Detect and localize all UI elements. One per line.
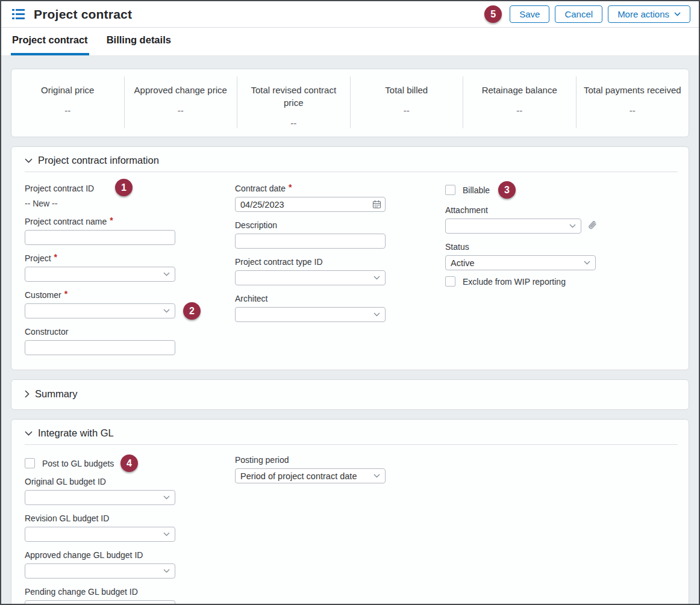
architect-select[interactable] bbox=[235, 307, 386, 322]
field-label: Posting period bbox=[235, 455, 386, 465]
tab-bar: Project contract Billing details bbox=[1, 28, 699, 56]
project-contract-id-value: -- New -- bbox=[25, 199, 175, 208]
revision-gl-budget-id-select[interactable] bbox=[25, 527, 175, 542]
kpi-retainage-balance: Retainage balance -- bbox=[463, 76, 577, 128]
save-button[interactable]: Save bbox=[510, 5, 549, 23]
kpi-label: Total billed bbox=[358, 84, 456, 96]
kpi-value: -- bbox=[584, 105, 682, 116]
list-menu-icon[interactable] bbox=[12, 9, 25, 20]
approved-change-gl-budget-id-select[interactable] bbox=[25, 563, 175, 579]
chevron-down-icon bbox=[584, 261, 590, 265]
section-title: Summary bbox=[35, 388, 78, 400]
kpi-label: Total revised contract price bbox=[245, 84, 343, 109]
kpi-summary-strip: Original price -- Approved change price … bbox=[11, 69, 689, 137]
section-summary: Summary bbox=[11, 379, 689, 410]
description-input[interactable] bbox=[235, 234, 386, 249]
kpi-value: -- bbox=[358, 105, 456, 116]
required-marker: * bbox=[289, 182, 292, 192]
field-label: Pending change GL budget ID bbox=[25, 587, 175, 597]
status-selected-value: Active bbox=[451, 258, 475, 268]
kpi-value: -- bbox=[245, 118, 343, 128]
callout-badge-5: 5 bbox=[484, 5, 502, 23]
attachment-select[interactable] bbox=[445, 219, 581, 234]
section-title: Integrate with GL bbox=[38, 427, 114, 439]
field-approved-change-gl-budget-id: Approved change GL budget ID bbox=[25, 550, 175, 579]
constructor-input[interactable] bbox=[25, 340, 175, 355]
paperclip-icon[interactable] bbox=[587, 220, 598, 232]
field-description: Description bbox=[235, 220, 386, 249]
field-label: Description bbox=[235, 220, 386, 230]
callout-badge-4: 4 bbox=[120, 455, 138, 472]
chevron-down-icon bbox=[163, 272, 170, 276]
gl-column-left: Post to GL budgets 4 Original GL budget … bbox=[25, 448, 175, 605]
field-contract-date: Contract date * bbox=[235, 184, 386, 212]
field-architect: Architect bbox=[235, 294, 386, 322]
field-exclude-wip: Exclude from WIP reporting bbox=[445, 276, 602, 287]
field-label: Constructor bbox=[25, 327, 175, 337]
kpi-total-revised-contract-price: Total revised contract price -- bbox=[237, 76, 351, 128]
original-gl-budget-id-select[interactable] bbox=[25, 490, 175, 505]
project-contract-name-input[interactable] bbox=[25, 230, 175, 245]
section-project-contract-information: Project contract information Project con… bbox=[11, 146, 689, 370]
more-actions-label: More actions bbox=[617, 9, 669, 19]
chevron-right-icon bbox=[25, 390, 30, 398]
project-contract-type-id-select[interactable] bbox=[235, 270, 386, 285]
field-label: Contract date * bbox=[235, 184, 386, 193]
cancel-button[interactable]: Cancel bbox=[555, 5, 602, 23]
field-label: Project contract ID bbox=[25, 184, 175, 193]
project-select[interactable] bbox=[25, 267, 175, 282]
chevron-down-icon bbox=[163, 495, 170, 500]
page-title: Project contract bbox=[34, 7, 132, 22]
kpi-label: Original price bbox=[19, 84, 117, 96]
kpi-total-payments-received: Total payments received -- bbox=[577, 76, 689, 128]
kpi-value: -- bbox=[470, 105, 569, 116]
posting-period-selected-value: Period of project contract date bbox=[240, 471, 357, 481]
field-pending-change-gl-budget-id: Pending change GL budget ID bbox=[25, 587, 175, 605]
customer-select[interactable] bbox=[25, 303, 175, 318]
field-label: Approved change GL budget ID bbox=[25, 550, 175, 560]
chevron-down-icon bbox=[373, 312, 380, 317]
field-label: Project contract name * bbox=[25, 217, 175, 226]
summary-section-header[interactable]: Summary bbox=[11, 380, 689, 409]
tab-billing-details[interactable]: Billing details bbox=[105, 28, 172, 55]
field-original-gl-budget-id: Original GL budget ID bbox=[25, 477, 175, 505]
chevron-down-icon bbox=[163, 309, 170, 313]
field-label: Project * bbox=[25, 253, 175, 263]
tab-project-contract[interactable]: Project contract bbox=[11, 28, 89, 55]
field-revision-gl-budget-id: Revision GL budget ID bbox=[25, 513, 175, 542]
contract-date-input[interactable] bbox=[235, 197, 386, 212]
page-content: Original price -- Approved change price … bbox=[1, 56, 699, 605]
posting-period-select[interactable]: Period of project contract date bbox=[235, 468, 386, 483]
billable-label: Billable bbox=[463, 185, 490, 195]
calendar-icon[interactable] bbox=[372, 200, 381, 209]
field-project-contract-name: Project contract name * bbox=[25, 217, 175, 245]
chevron-down-icon bbox=[373, 474, 380, 478]
chevron-down-icon bbox=[25, 431, 33, 436]
section-title: Project contract information bbox=[38, 155, 159, 166]
chevron-down-icon bbox=[569, 224, 576, 228]
section-header[interactable]: Integrate with GL bbox=[25, 427, 678, 445]
kpi-label: Approved change price bbox=[132, 84, 230, 96]
exclude-wip-checkbox[interactable] bbox=[445, 276, 455, 287]
required-marker: * bbox=[54, 252, 57, 262]
pending-change-gl-budget-id-select[interactable] bbox=[25, 600, 175, 605]
post-to-gl-budgets-checkbox[interactable] bbox=[25, 458, 35, 468]
kpi-value: -- bbox=[19, 105, 117, 116]
kpi-label: Retainage balance bbox=[470, 84, 569, 96]
chevron-down-icon bbox=[25, 158, 33, 163]
page-header: Project contract 5 Save Cancel More acti… bbox=[1, 1, 699, 28]
kpi-original-price: Original price -- bbox=[11, 76, 125, 128]
field-label: Architect bbox=[235, 294, 386, 303]
section-header[interactable]: Project contract information bbox=[25, 155, 678, 172]
post-to-gl-budgets-label: Post to GL budgets bbox=[42, 459, 114, 468]
field-project-contract-id: Project contract ID 1 -- New -- bbox=[25, 184, 175, 208]
field-constructor: Constructor bbox=[25, 327, 175, 355]
chevron-down-icon bbox=[163, 569, 170, 573]
chevron-down-icon bbox=[163, 532, 170, 536]
field-label: Attachment bbox=[445, 205, 602, 215]
field-attachment: Attachment bbox=[445, 205, 602, 234]
billable-checkbox[interactable] bbox=[445, 185, 455, 195]
section-integrate-with-gl: Integrate with GL Post to GL budgets 4 O… bbox=[11, 419, 689, 605]
more-actions-button[interactable]: More actions bbox=[608, 5, 690, 23]
status-select[interactable]: Active bbox=[445, 255, 596, 270]
